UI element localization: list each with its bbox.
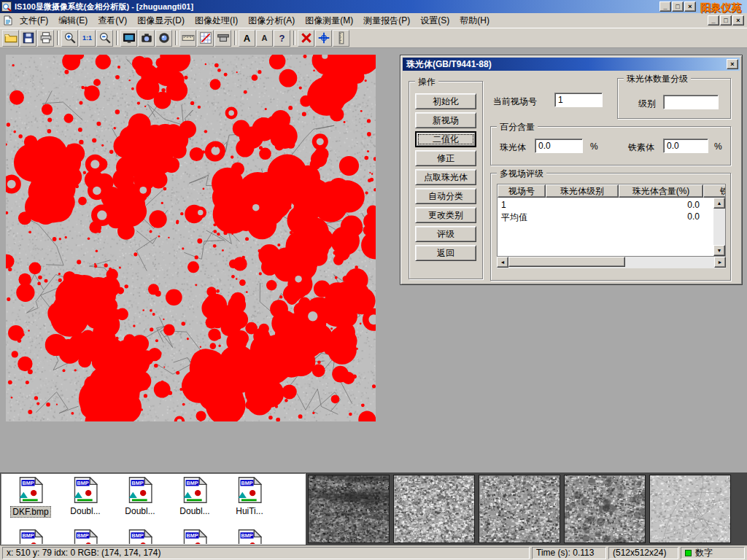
menu-item-4[interactable]: 图像处理(I) xyxy=(190,13,243,28)
table-header-3[interactable]: 铁素 xyxy=(703,184,726,198)
status-bar: x: 510 y: 79 idx: 0 RGB: (174, 174, 174)… xyxy=(0,545,747,560)
scrollbar-track[interactable] xyxy=(625,257,714,268)
current-field-input[interactable] xyxy=(554,93,603,107)
level-input[interactable] xyxy=(663,95,719,109)
mdi-close-button[interactable]: × xyxy=(732,15,744,26)
table-header-1[interactable]: 珠光体级别 xyxy=(546,184,619,198)
help-button[interactable]: ? xyxy=(274,30,290,47)
table-header-0[interactable]: 视场号 xyxy=(498,184,546,198)
file-item[interactable]: BMP xyxy=(4,529,57,545)
menu-item-9[interactable]: 帮助(H) xyxy=(454,13,495,28)
close-button[interactable]: × xyxy=(684,1,696,12)
file-item[interactable]: BMPHuiTi... xyxy=(223,477,276,516)
actual-size-button[interactable]: 1:1 xyxy=(79,30,96,47)
zoom-out-button[interactable] xyxy=(96,30,113,47)
scroll-left-icon[interactable]: ◄ xyxy=(497,257,508,268)
table-cell xyxy=(546,200,619,211)
bmp-file-icon: BMP xyxy=(169,477,221,505)
lens-button[interactable] xyxy=(155,30,172,47)
dialog-title-bar[interactable]: 珠光体(GB/T9441-88) × xyxy=(403,58,740,71)
scroll-down-icon[interactable]: ▼ xyxy=(713,245,725,256)
file-item[interactable]: BMP xyxy=(114,529,166,545)
table-header-2[interactable]: 珠光体含量(%) xyxy=(619,184,703,198)
file-item[interactable]: BMPDoubl... xyxy=(59,477,112,516)
scroll-right-icon[interactable]: ► xyxy=(714,257,726,268)
menu-item-0[interactable]: 文件(F) xyxy=(15,13,53,28)
ferrite-percent-unit: % xyxy=(714,141,722,152)
cursor-position-panel: x: 510 y: 79 idx: 0 RGB: (174, 174, 174) xyxy=(2,547,530,559)
measure-grid-button[interactable] xyxy=(197,30,214,47)
dialog-close-button[interactable]: × xyxy=(727,59,738,69)
sample-thumbnail[interactable] xyxy=(308,475,390,543)
operation-buttons: 初始化新视场二值化修正点取珠光体自动分类更改类别评级返回 xyxy=(409,82,482,261)
menu-item-3[interactable]: 图像显示(D) xyxy=(132,13,190,28)
monitor-button[interactable] xyxy=(120,30,137,47)
measure-blue-button[interactable] xyxy=(315,30,332,47)
maximize-button[interactable]: □ xyxy=(672,1,684,12)
menu-item-7[interactable]: 测量报告(P) xyxy=(358,13,415,28)
save-button[interactable] xyxy=(20,30,36,47)
font-button[interactable]: A xyxy=(239,30,255,47)
ruler-h-button[interactable] xyxy=(179,30,196,47)
mdi-minimize-button[interactable]: _ xyxy=(708,15,719,26)
thumbnail-strip xyxy=(306,472,747,545)
mdi-restore-button[interactable]: □ xyxy=(720,15,732,26)
metallographic-image[interactable] xyxy=(6,55,376,421)
percent-group-label: 百分含量 xyxy=(497,121,538,133)
svg-text:BMP: BMP xyxy=(187,532,198,539)
delete-red-button[interactable] xyxy=(298,30,314,47)
scroll-up-icon[interactable]: ▲ xyxy=(713,198,725,209)
sample-thumbnail[interactable] xyxy=(649,475,731,543)
op-button-5[interactable]: 自动分类 xyxy=(415,188,476,204)
minimize-button[interactable]: _ xyxy=(659,1,671,12)
table-row[interactable]: 10.0 xyxy=(498,200,725,211)
svg-text:BMP: BMP xyxy=(187,480,198,486)
open-button[interactable] xyxy=(2,30,19,47)
file-item[interactable]: BMPDoubl... xyxy=(169,477,221,516)
font-small-icon: A xyxy=(262,34,268,42)
menu-item-8[interactable]: 设置(S) xyxy=(415,13,454,28)
op-button-0[interactable]: 初始化 xyxy=(415,93,476,109)
title-bar[interactable]: IS100显微摄像系统(金相分析版) - [zhuguangti01] 阳泉仪苑… xyxy=(0,0,747,13)
time-panel: Time (s): 0.113 xyxy=(532,547,606,559)
font-small-button[interactable]: A xyxy=(256,30,273,47)
menu-item-5[interactable]: 图像分析(A) xyxy=(243,13,300,28)
file-name-label: Doubl... xyxy=(123,506,156,516)
file-browser[interactable]: BMPDKF.bmpBMPDoubl...BMPDoubl...BMPDoubl… xyxy=(1,473,306,545)
file-item[interactable]: BMP xyxy=(59,529,112,545)
camera-button[interactable] xyxy=(138,30,155,47)
menu-item-1[interactable]: 编辑(E) xyxy=(53,13,93,28)
op-button-4[interactable]: 点取珠光体 xyxy=(415,169,476,185)
op-button-6[interactable]: 更改类别 xyxy=(415,207,476,223)
pearlite-percent-input[interactable] xyxy=(535,139,583,153)
ruler-v-button[interactable] xyxy=(333,30,349,47)
table-row[interactable]: 平均值0.0 xyxy=(498,211,725,223)
percent-group: 百分含量 珠光体 % 铁素体 % xyxy=(490,126,731,166)
op-button-7[interactable]: 评级 xyxy=(415,226,476,242)
file-item[interactable]: BMPDoubl... xyxy=(114,477,166,516)
ferrite-label: 铁素体 xyxy=(628,141,654,154)
scrollbar-thumb[interactable] xyxy=(508,257,625,267)
print-button[interactable] xyxy=(37,30,54,47)
ferrite-percent-input[interactable] xyxy=(663,139,708,153)
file-item[interactable]: BMP xyxy=(223,529,276,545)
sample-thumbnail[interactable] xyxy=(479,475,560,543)
file-item[interactable]: BMPDKF.bmp xyxy=(4,477,57,518)
horizontal-scrollbar[interactable]: ◄ ► xyxy=(497,257,726,268)
mdi-window-controls: _ □ × xyxy=(708,15,744,26)
table-cell: 1 xyxy=(498,200,546,211)
op-button-8[interactable]: 返回 xyxy=(415,245,476,261)
window-title: IS100显微摄像系统(金相分析版) - [zhuguangti01] xyxy=(15,1,193,12)
menu-item-6[interactable]: 图像测量(M) xyxy=(300,13,358,28)
toolbar-separator xyxy=(116,31,118,45)
op-button-2[interactable]: 二值化 xyxy=(415,131,476,147)
menu-item-2[interactable]: 查看(V) xyxy=(93,13,132,28)
vertical-scrollbar[interactable]: ▲ ▼ xyxy=(713,198,725,256)
op-button-3[interactable]: 修正 xyxy=(415,150,476,166)
zoom-in-button[interactable] xyxy=(61,30,78,47)
op-button-1[interactable]: 新视场 xyxy=(415,112,476,128)
file-item[interactable]: BMP xyxy=(169,529,221,545)
sample-thumbnail[interactable] xyxy=(393,475,475,543)
sample-thumbnail[interactable] xyxy=(564,475,646,543)
stage-button[interactable] xyxy=(214,30,231,47)
